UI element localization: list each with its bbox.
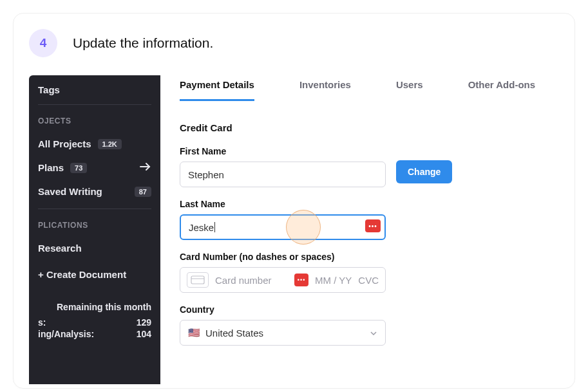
flag-icon: 🇺🇸: [188, 327, 200, 339]
stat-row: s: 129: [38, 317, 151, 328]
form-row: First Name Last Name Jeske ••• Card Numb…: [180, 146, 559, 346]
password-manager-icon[interactable]: •••: [294, 274, 308, 286]
tab-inventories[interactable]: Inventories: [299, 79, 351, 101]
sidebar-section-projects: OJECTS: [29, 105, 160, 132]
sidebar-item-all-projects[interactable]: All Projects 1.2K: [29, 132, 160, 156]
step-title: Update the information.: [73, 35, 213, 51]
count-badge: 73: [70, 163, 87, 173]
expiry-placeholder: MM / YY: [315, 275, 352, 286]
content-area: Tags OJECTS All Projects 1.2K Plans 73: [29, 75, 559, 384]
tabs: Payment Details Inventories Users Other …: [180, 79, 559, 102]
cvc-placeholder: CVC: [358, 275, 379, 286]
section-title: Credit Card: [180, 122, 559, 133]
main-panel: Payment Details Inventories Users Other …: [180, 75, 559, 384]
sidebar-item-label: Research: [38, 243, 82, 254]
tab-payment-details[interactable]: Payment Details: [180, 79, 254, 101]
country-select[interactable]: 🇺🇸 United States: [180, 320, 386, 346]
sidebar-item-label: Saved Writing: [38, 186, 102, 197]
form-column: First Name Last Name Jeske ••• Card Numb…: [180, 146, 386, 346]
tab-other-addons[interactable]: Other Add-ons: [468, 79, 535, 101]
step-header: 4 Update the information.: [29, 29, 559, 57]
last-name-wrap: Jeske •••: [180, 214, 386, 240]
sidebar-item-label: All Projects: [38, 138, 91, 149]
sidebar-item-label: Plans: [38, 162, 64, 173]
sidebar-item-research[interactable]: Research: [29, 236, 160, 260]
chevron-down-icon: [370, 327, 377, 339]
country-value: United States: [205, 328, 263, 339]
remaining-label: Remaining this month: [38, 302, 151, 312]
last-name-input[interactable]: Jeske: [180, 214, 386, 240]
stat-row: ing/Analysis: 104: [38, 329, 151, 339]
count-badge: 1.2K: [98, 139, 122, 149]
first-name-label: First Name: [180, 146, 386, 156]
card-number-label: Card Number (no dashes or spaces): [180, 252, 386, 262]
sidebar-item-saved-writing[interactable]: Saved Writing 87: [29, 180, 160, 203]
instruction-card: 4 Update the information. Tags OJECTS Al…: [13, 13, 575, 389]
step-number-badge: 4: [29, 29, 57, 57]
card-number-input[interactable]: Card number ••• MM / YY CVC: [180, 267, 386, 293]
credit-card-icon: [187, 272, 209, 288]
count-badge: 87: [135, 187, 151, 197]
last-name-label: Last Name: [180, 199, 386, 209]
password-manager-icon[interactable]: •••: [365, 219, 381, 232]
svg-rect-1: [191, 276, 204, 284]
arrow-right-icon: [140, 162, 151, 173]
card-placeholder: Card number: [215, 275, 288, 286]
tab-users[interactable]: Users: [396, 79, 423, 101]
change-button[interactable]: Change: [396, 160, 452, 183]
sidebar-item-plans[interactable]: Plans 73: [29, 156, 160, 180]
sidebar-section-applications: PLICATIONS: [29, 209, 160, 236]
sidebar: Tags OJECTS All Projects 1.2K Plans 73: [29, 75, 160, 384]
sidebar-tags[interactable]: Tags: [29, 84, 160, 104]
country-label: Country: [180, 304, 386, 315]
create-document-button[interactable]: + Create Document: [29, 260, 160, 289]
first-name-input[interactable]: [180, 162, 386, 187]
sidebar-stats: Remaining this month s: 129 ing/Analysis…: [29, 289, 160, 339]
